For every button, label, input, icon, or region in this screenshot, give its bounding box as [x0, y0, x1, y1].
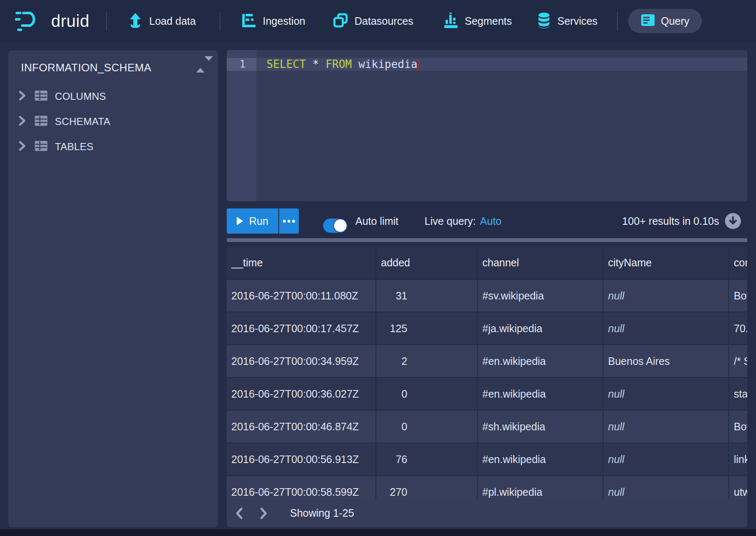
cell-time[interactable]: 2016-06-27T00:00:34.959Z [227, 345, 376, 378]
nav-item-load-data[interactable]: Load data [128, 0, 196, 42]
sql-query-text[interactable]: SELECT * FROM wikipedia [267, 58, 419, 71]
chevron-right-icon [18, 141, 26, 153]
cell-time[interactable]: 2016-06-27T00:00:46.874Z [227, 411, 376, 443]
cell-time[interactable]: 2016-06-27T00:00:58.599Z [227, 476, 376, 499]
toggle-knob [334, 219, 347, 232]
results-count-text: 100+ results in 0.10s [622, 215, 719, 227]
upload-icon [128, 13, 143, 30]
cell-channel[interactable]: #en.wikipedia [478, 378, 603, 411]
tree-item-tables[interactable]: TABLES [8, 134, 218, 159]
cell-comment[interactable]: link [729, 443, 747, 476]
cell-comment[interactable]: Bot [729, 280, 747, 312]
download-button[interactable] [725, 213, 741, 229]
cell-added[interactable]: 76 [376, 443, 478, 476]
cell-comment[interactable]: utw [729, 476, 747, 499]
editor-gutter [227, 50, 256, 201]
cell-cityname[interactable]: Buenos Aires [603, 345, 729, 378]
next-page-button[interactable] [259, 507, 268, 520]
schema-title: INFORMATION_SCHEMA [21, 61, 151, 74]
nav-item-query[interactable]: Query [628, 9, 702, 33]
cell-added[interactable]: 125 [376, 312, 478, 345]
results-table: __time added channel cityName comment 20… [227, 246, 747, 499]
column-header-time[interactable]: __time [227, 246, 376, 280]
cell-cityname[interactable]: null [603, 280, 729, 312]
pagination-bar: Showing 1-25 [227, 499, 747, 527]
cell-cityname[interactable]: null [603, 476, 729, 499]
cell-cityname[interactable]: null [603, 378, 729, 411]
live-query-label: Live query: [425, 215, 476, 227]
nav-item-services[interactable]: Services [537, 0, 598, 42]
cell-added[interactable]: 0 [376, 378, 478, 411]
tree-item-label: COLUMNS [55, 91, 106, 102]
schema-selector[interactable]: INFORMATION_SCHEMA [8, 50, 218, 87]
cell-channel[interactable]: #sv.wikipedia [478, 280, 603, 312]
cell-cityname[interactable]: null [603, 312, 729, 345]
cell-time[interactable]: 2016-06-27T00:00:11.080Z [227, 280, 376, 312]
cell-channel[interactable]: #sh.wikipedia [478, 411, 603, 443]
cell-channel[interactable]: #ja.wikipedia [478, 312, 603, 345]
table-row: 2016-06-27T00:00:46.874Z 0 #sh.wikipedia… [227, 411, 747, 443]
tree-item-columns[interactable]: COLUMNS [8, 84, 218, 109]
cell-comment[interactable]: /* S [729, 345, 747, 378]
cell-added[interactable]: 31 [376, 280, 478, 312]
nav-separator [106, 12, 107, 31]
text-cursor [418, 60, 419, 70]
nav-label-query: Query [661, 15, 689, 27]
cell-added[interactable]: 270 [376, 476, 478, 499]
nav-label-datasources: Datasources [355, 15, 413, 27]
sql-table-name: wikipedia [358, 58, 417, 70]
cell-channel[interactable]: #en.wikipedia [478, 345, 603, 378]
table-icon [34, 90, 48, 103]
sql-editor[interactable]: 1 SELECT * FROM wikipedia [227, 50, 747, 201]
tree-item-label: SCHEMATA [55, 116, 110, 127]
cell-added[interactable]: 0 [376, 411, 478, 443]
druid-logo[interactable]: druid [15, 0, 89, 42]
nav-item-datasources[interactable]: Datasources [333, 0, 413, 42]
nav-separator [617, 12, 618, 31]
nav-label-services: Services [557, 15, 598, 27]
cell-time[interactable]: 2016-06-27T00:00:56.913Z [227, 443, 376, 476]
auto-limit-toggle[interactable] [323, 219, 347, 233]
chevron-right-icon [18, 90, 26, 103]
run-button[interactable]: Run [227, 208, 278, 234]
nav-item-ingestion[interactable]: Ingestion [241, 0, 305, 42]
column-header-added[interactable]: added [376, 246, 478, 280]
column-header-channel[interactable]: channel [478, 246, 603, 280]
druid-logo-icon [15, 10, 45, 33]
cell-cityname[interactable]: null [603, 411, 729, 443]
double-caret-icon[interactable] [196, 61, 205, 73]
table-row: 2016-06-27T00:00:34.959Z 2 #en.wikipedia… [227, 345, 747, 378]
nav-item-segments[interactable]: Segments [443, 0, 512, 42]
cell-time[interactable]: 2016-06-27T00:00:36.027Z [227, 378, 376, 411]
cell-comment[interactable]: 70. [729, 312, 747, 345]
cell-cityname[interactable]: null [603, 443, 729, 476]
column-header-cityname[interactable]: cityName [603, 246, 729, 280]
table-row: 2016-06-27T00:00:58.599Z 270 #pl.wikiped… [227, 476, 747, 499]
cell-added[interactable]: 2 [376, 345, 478, 378]
cell-channel[interactable]: #en.wikipedia [478, 443, 603, 476]
nav-separator [220, 12, 220, 31]
results-summary: 100+ results in 0.10s [622, 208, 741, 234]
table-icon [34, 141, 48, 153]
column-header-comment[interactable]: comment [729, 246, 747, 280]
cell-time[interactable]: 2016-06-27T00:00:17.457Z [227, 312, 376, 345]
schema-tree: COLUMNS SCHEMATA [8, 84, 218, 159]
prev-page-button[interactable] [235, 507, 244, 520]
ingestion-icon [241, 13, 256, 30]
datasources-icon [333, 13, 348, 30]
brand-name: druid [51, 12, 89, 31]
segments-icon [443, 13, 458, 30]
sql-keyword: SELECT [267, 58, 306, 70]
cell-comment[interactable]: Bot [729, 411, 747, 443]
table-icon [34, 115, 48, 128]
services-icon [537, 12, 551, 31]
sql-star: * [313, 58, 319, 70]
tree-item-schemata[interactable]: SCHEMATA [8, 109, 218, 134]
table-row: 2016-06-27T00:00:56.913Z 76 #en.wikipedi… [227, 443, 747, 476]
cell-channel[interactable]: #pl.wikipedia [478, 476, 603, 499]
cell-comment[interactable]: sta [729, 378, 747, 411]
play-icon [237, 217, 243, 225]
resize-handle[interactable] [227, 238, 747, 242]
live-query-value[interactable]: Auto [480, 215, 501, 227]
more-button[interactable] [279, 208, 299, 234]
